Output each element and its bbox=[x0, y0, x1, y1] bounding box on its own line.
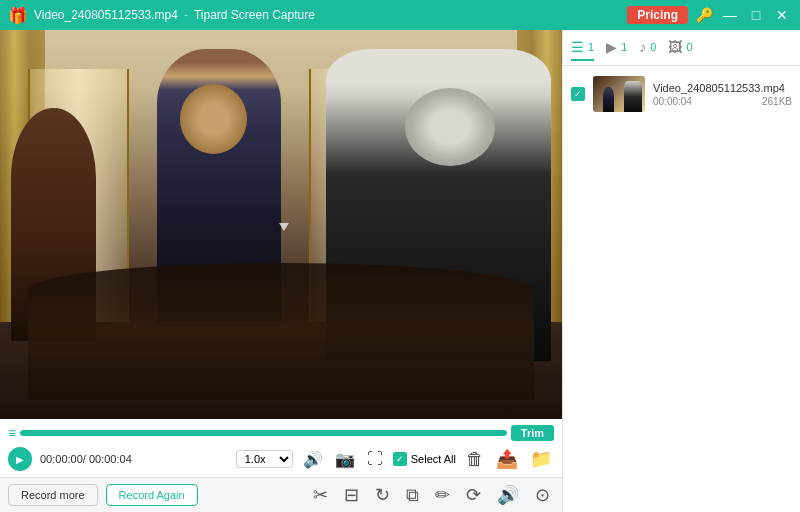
rotate-icon-button[interactable]: ↻ bbox=[371, 484, 394, 506]
file-item[interactable]: ✓ Video_240805112533.mp4 00:00:04 261KB bbox=[563, 70, 800, 118]
video-scene bbox=[0, 30, 562, 419]
time-display: 00:00:00/ 00:00:04 bbox=[40, 453, 132, 465]
timeline-icon: ≡ bbox=[8, 425, 16, 441]
playback-row: ▶ 00:00:00/ 00:00:04 1.0x 0.5x 0.75x 1.2… bbox=[8, 443, 554, 475]
tab-audio[interactable]: ♪ 0 bbox=[639, 35, 656, 61]
title-bar-right: Pricing 🔑 — □ ✕ bbox=[627, 5, 792, 25]
tab-image[interactable]: 🖼 0 bbox=[668, 35, 692, 61]
camera-button[interactable]: 📷 bbox=[333, 450, 357, 469]
file-name: Video_240805112533.mp4 bbox=[653, 82, 792, 94]
controls-bar: ≡ Trim ▶ 00:00:00/ 00:00:04 1.0x 0.5x 0.… bbox=[0, 419, 562, 477]
merge-icon-button[interactable]: ⧉ bbox=[402, 485, 423, 506]
file-size: 261KB bbox=[762, 96, 792, 107]
gift-icon: 🎁 bbox=[8, 6, 28, 25]
file-list: ✓ Video_240805112533.mp4 00:00:04 261KB bbox=[563, 66, 800, 512]
key-icon[interactable]: 🔑 bbox=[694, 5, 714, 25]
thumb-person2 bbox=[624, 81, 642, 112]
folder-button[interactable]: 📁 bbox=[528, 448, 554, 470]
play-count: 1 bbox=[621, 41, 627, 53]
volume-button[interactable]: 🔊 bbox=[301, 450, 325, 469]
fullscreen-button[interactable]: ⛶ bbox=[365, 450, 385, 468]
app-title: Video_240805112533.mp4 bbox=[34, 8, 178, 22]
video-count: 1 bbox=[588, 41, 594, 53]
minimize-button[interactable]: — bbox=[720, 5, 740, 25]
app-name: Tipard Screen Capture bbox=[194, 8, 315, 22]
trim-button[interactable]: Trim bbox=[511, 425, 554, 441]
main-content: ≡ Trim ▶ 00:00:00/ 00:00:04 1.0x 0.5x 0.… bbox=[0, 30, 800, 512]
list-icon: ☰ bbox=[571, 39, 584, 55]
timeline-track[interactable] bbox=[20, 430, 507, 436]
right-panel: ☰ 1 ▶ 1 ♪ 0 🖼 0 ✓ bbox=[562, 30, 800, 512]
file-duration: 00:00:04 bbox=[653, 96, 692, 107]
file-meta: 00:00:04 261KB bbox=[653, 96, 792, 107]
select-all-label: Select All bbox=[411, 453, 456, 465]
timeline-progress bbox=[20, 430, 507, 436]
record-more-button[interactable]: Record more bbox=[8, 484, 98, 506]
image-count: 0 bbox=[686, 41, 692, 53]
select-all-checkbox[interactable]: ✓ bbox=[393, 452, 407, 466]
file-checkbox[interactable]: ✓ bbox=[571, 87, 585, 101]
maximize-button[interactable]: □ bbox=[746, 5, 766, 25]
table-surface bbox=[28, 263, 534, 399]
cut-icon-button[interactable]: ✂ bbox=[309, 484, 332, 506]
record-again-button[interactable]: Record Again bbox=[106, 484, 198, 506]
video-player[interactable] bbox=[0, 30, 562, 419]
enhance-icon-button[interactable]: ⟳ bbox=[462, 484, 485, 506]
tab-bar: ☰ 1 ▶ 1 ♪ 0 🖼 0 bbox=[563, 30, 800, 66]
cursor bbox=[279, 223, 289, 236]
file-thumbnail bbox=[593, 76, 645, 112]
person-right-head bbox=[405, 88, 495, 166]
select-all-container[interactable]: ✓ Select All bbox=[393, 452, 456, 466]
title-separator: - bbox=[184, 8, 188, 22]
more-icon-button[interactable]: ⊙ bbox=[531, 484, 554, 506]
close-button[interactable]: ✕ bbox=[772, 5, 792, 25]
crop-icon-button[interactable]: ⊟ bbox=[340, 484, 363, 506]
timeline-container: ≡ Trim bbox=[8, 423, 554, 443]
folder-export-button[interactable]: 📤 bbox=[494, 448, 520, 470]
pricing-button[interactable]: Pricing bbox=[627, 6, 688, 24]
file-info: Video_240805112533.mp4 00:00:04 261KB bbox=[653, 82, 792, 107]
delete-button[interactable]: 🗑 bbox=[464, 449, 486, 470]
image-tab-icon: 🖼 bbox=[668, 39, 682, 55]
title-bar: 🎁 Video_240805112533.mp4 - Tipard Screen… bbox=[0, 0, 800, 30]
audio-tab-icon: ♪ bbox=[639, 39, 646, 55]
bottom-bar: Record more Record Again ✂ ⊟ ↻ ⧉ ✏ ⟳ 🔊 ⊙ bbox=[0, 477, 562, 512]
audio-icon-button[interactable]: 🔊 bbox=[493, 484, 523, 506]
speed-select[interactable]: 1.0x 0.5x 0.75x 1.25x 1.5x 2.0x bbox=[236, 450, 293, 468]
title-bar-left: 🎁 Video_240805112533.mp4 - Tipard Screen… bbox=[8, 6, 315, 25]
left-panel: ≡ Trim ▶ 00:00:00/ 00:00:04 1.0x 0.5x 0.… bbox=[0, 30, 562, 512]
tab-video-list[interactable]: ☰ 1 bbox=[571, 35, 594, 61]
play-icon: ▶ bbox=[606, 39, 617, 55]
thumb-person bbox=[603, 87, 613, 112]
play-button[interactable]: ▶ bbox=[8, 447, 32, 471]
audio-count: 0 bbox=[650, 41, 656, 53]
tab-play[interactable]: ▶ 1 bbox=[606, 35, 627, 61]
watermark-icon-button[interactable]: ✏ bbox=[431, 484, 454, 506]
